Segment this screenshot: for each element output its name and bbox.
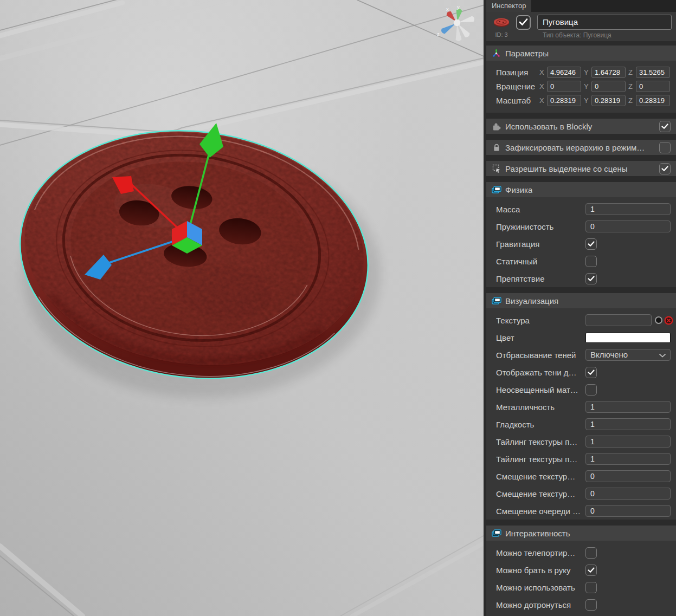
object-header: Пуговица ID: 3 Тип объекта: Пуговица (486, 12, 676, 41)
row-obstacle: Препятствие (496, 273, 671, 284)
section-header-2[interactable]: Интерактивность (486, 526, 676, 541)
scale-z-input[interactable]: 0.28319 (636, 95, 670, 106)
rotation-z-input[interactable]: 0 (636, 81, 670, 92)
queue-offset-input[interactable]: 0 (585, 505, 671, 517)
gravity-checkbox[interactable] (585, 238, 597, 250)
row-can-use: Можно использовать (496, 581, 671, 593)
section-header-parameters[interactable]: Параметры (486, 46, 676, 61)
object-enabled-checkbox[interactable] (516, 15, 531, 30)
axis-label-x: x (446, 6, 449, 12)
axis-letter: Z (628, 96, 635, 105)
axis-letter: Y (584, 82, 591, 90)
row-color: Цвет (496, 332, 671, 343)
position-row: ПозицияX4.96246Y1.64728Z31.5265 (496, 67, 671, 78)
panel-icon (491, 186, 501, 193)
row-metallic: Металличность1 (496, 401, 671, 413)
viewport-canvas[interactable]: x y z (0, 0, 486, 616)
section-body-1: ТекстураЦветОтбрасывание тенейВключеноОт… (486, 308, 676, 520)
object-thumbnail (491, 16, 512, 28)
section-header-1[interactable]: Визуализация (486, 293, 676, 308)
orientation-center[interactable] (454, 20, 460, 26)
section-title: Параметры (505, 49, 549, 58)
field-label: Отбрасывание теней (496, 351, 585, 360)
axis-letter: Z (628, 68, 635, 76)
field-label: Можно телепортир… (496, 548, 585, 557)
scale-y-input[interactable]: 0.28319 (591, 95, 626, 106)
lock-hierarchy-checkbox[interactable] (659, 142, 671, 153)
dropdown-value: Включено (590, 349, 628, 360)
axis-letter: X (539, 68, 546, 76)
axis-label-z: z (437, 31, 440, 37)
transform-rows: ПозицияX4.96246Y1.64728Z31.5265ВращениеX… (486, 61, 676, 113)
field-label: Отображать тени д… (496, 368, 585, 377)
can-teleport-checkbox[interactable] (585, 547, 597, 559)
field-label: Смещение текстур… (496, 489, 585, 498)
row-texture-offset-2: Смещение текстур…0 (496, 488, 671, 500)
texture-slot-icon[interactable] (655, 316, 662, 324)
object-name-input[interactable]: Пуговица (537, 15, 672, 30)
texture-input[interactable] (585, 314, 652, 326)
can-use-checkbox[interactable] (585, 582, 597, 593)
row-shadow-casting: Отбрасывание тенейВключено (496, 349, 671, 361)
texture-tiling-1-input[interactable]: 1 (585, 436, 671, 448)
smoothness-input[interactable]: 1 (585, 418, 671, 430)
field-label: Можно дотронуться (496, 600, 585, 609)
row-smoothness: Гладкость1 (496, 418, 671, 430)
shadow-casting-dropdown[interactable]: Включено (585, 349, 671, 361)
field-label: Гладкость (496, 420, 585, 429)
use-in-blockly-checkbox[interactable] (659, 121, 671, 132)
marquee-icon (491, 164, 501, 173)
metallic-input[interactable]: 1 (585, 401, 671, 413)
toggle-lock-hierarchy: Зафиксировать иерархию в режим… (486, 140, 676, 155)
mass-input[interactable]: 1 (585, 203, 671, 215)
position-x-input[interactable]: 4.96246 (547, 67, 581, 78)
field-label: Пружинистость (496, 222, 585, 231)
tab-inspector[interactable]: Инспектор (486, 0, 531, 12)
rotation-row: ВращениеX0Y0Z0 (496, 81, 671, 92)
row-static: Статичный (496, 255, 671, 267)
static-checkbox[interactable] (585, 256, 597, 267)
field-label: Можно брать в руку (496, 566, 585, 575)
section-header-0[interactable]: Физика (486, 182, 676, 197)
show-shadows-checkbox[interactable] (585, 367, 597, 378)
row-can-teleport: Можно телепортир… (496, 547, 671, 559)
toggle-use-in-blockly: Использовать в Blockly (486, 119, 676, 134)
puzzle-icon (491, 122, 501, 131)
field-label: Тайлинг текстуры п… (496, 437, 585, 446)
inspector-tabbar: Инспектор (486, 0, 676, 12)
lock-icon (491, 143, 501, 152)
field-label: Тайлинг текстуры п… (496, 455, 585, 464)
unlit-material-checkbox[interactable] (585, 384, 597, 395)
texture-offset-1-input[interactable]: 0 (585, 470, 671, 482)
field-label: Неосвещенный мат… (496, 385, 585, 394)
clear-texture-icon[interactable] (664, 316, 673, 325)
texture-offset-2-input[interactable]: 0 (585, 488, 671, 500)
position-y-input[interactable]: 1.64728 (591, 67, 626, 78)
field-label: Можно использовать (496, 583, 585, 592)
toggle-allow-scene-selection: Разрешить выделение со сцены (486, 161, 676, 176)
obstacle-checkbox[interactable] (585, 273, 597, 284)
rotation-x-input[interactable]: 0 (547, 81, 581, 92)
color-swatch[interactable] (585, 333, 671, 343)
springiness-input[interactable]: 0 (585, 221, 671, 232)
row-springiness: Пружинистость0 (496, 221, 671, 232)
field-label: Масса (496, 205, 585, 214)
row-unlit-material: Неосвещенный мат… (496, 384, 671, 395)
row-texture-tiling-2: Тайлинг текстуры п…1 (496, 453, 671, 465)
rotation-y-input[interactable]: 0 (591, 81, 626, 92)
3d-viewport[interactable]: x y z (0, 0, 486, 616)
axis-letter: Z (628, 82, 635, 90)
transform-label: Позиция (496, 68, 539, 77)
section-title: Физика (505, 185, 532, 194)
texture-tiling-2-input[interactable]: 1 (585, 453, 671, 465)
scale-row: МасштабX0.28319Y0.28319Z0.28319 (496, 95, 671, 106)
can-touch-checkbox[interactable] (585, 599, 597, 611)
can-grab-checkbox[interactable] (585, 565, 597, 576)
transform-label: Масштаб (496, 96, 539, 105)
allow-scene-selection-checkbox[interactable] (659, 163, 671, 174)
row-texture-offset-1: Смещение текстур…0 (496, 470, 671, 482)
field-label: Текстура (496, 316, 585, 325)
position-z-input[interactable]: 31.5265 (636, 67, 670, 78)
scale-x-input[interactable]: 0.28319 (547, 95, 581, 106)
transform-axes-icon (491, 49, 501, 58)
